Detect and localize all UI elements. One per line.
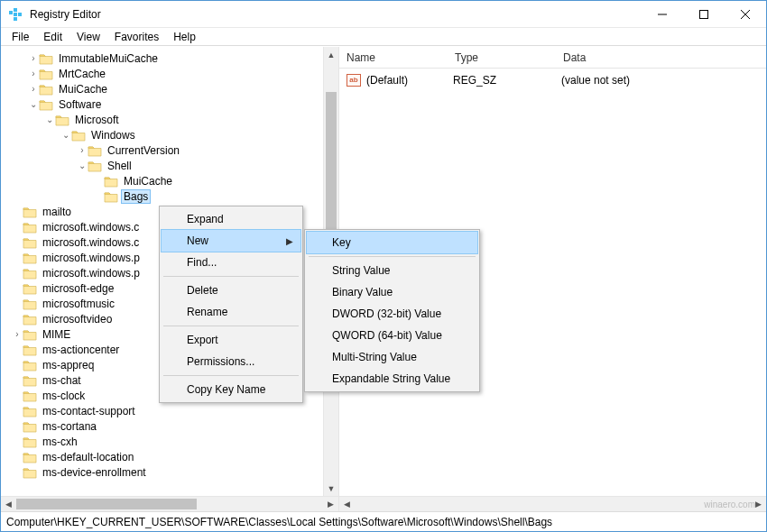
tree-node-label: mailto	[41, 206, 73, 218]
chevron-right-icon: ▶	[286, 236, 293, 246]
scroll-down-icon[interactable]: ▼	[324, 481, 338, 496]
cell-name: (Default)	[366, 74, 453, 87]
tree-node-label: MIME	[41, 328, 72, 341]
tree-node[interactable]: ms-device-enrollment	[1, 464, 338, 480]
tree-node[interactable]: ›ImmutableMuiCache	[1, 50, 338, 66]
cell-type: REG_SZ	[453, 74, 561, 87]
scroll-thumb-h[interactable]	[16, 499, 197, 509]
ctx-copykeyname[interactable]: Copy Key Name	[162, 379, 300, 400]
ctx-permissions[interactable]: Permissions...	[162, 351, 300, 372]
separator	[309, 256, 476, 257]
menu-view[interactable]: View	[69, 30, 107, 44]
folder-icon	[39, 68, 53, 80]
menu-favorites[interactable]: Favorites	[107, 30, 166, 44]
sub-expand[interactable]: Expandable String Value	[307, 368, 477, 390]
context-submenu-new: Key String Value Binary Value DWORD (32-…	[304, 229, 480, 392]
folder-icon	[23, 344, 37, 356]
tree-node[interactable]: ms-cortana	[1, 418, 338, 434]
tree-node[interactable]: ms-cxh	[1, 434, 338, 449]
scroll-right-icon[interactable]: ▶	[751, 497, 766, 511]
scroll-thumb-v[interactable]	[326, 92, 337, 245]
tree-scrollbar-h[interactable]: ◀ ▶	[1, 496, 338, 511]
folder-icon	[39, 98, 53, 111]
menu-help[interactable]: Help	[166, 30, 203, 44]
tree-node[interactable]: ms-contact-support	[1, 403, 338, 418]
tree-node[interactable]: ms-default-location	[1, 449, 338, 464]
cell-data: (value not set)	[561, 74, 766, 87]
tree-node[interactable]: MuiCache	[1, 173, 338, 188]
sub-qword[interactable]: QWORD (64-bit) Value	[307, 325, 477, 346]
chevron-right-icon[interactable]: ›	[77, 145, 88, 155]
folder-icon	[23, 282, 37, 295]
sub-string[interactable]: String Value	[307, 260, 477, 281]
chevron-right-icon[interactable]: ›	[12, 329, 23, 339]
statusbar: Computer\HKEY_CURRENT_USER\SOFTWARE\Clas…	[1, 511, 766, 531]
svg-rect-3	[14, 17, 17, 21]
folder-icon	[39, 83, 53, 96]
folder-icon	[71, 129, 86, 142]
folder-icon	[23, 451, 37, 463]
titlebar: Registry Editor	[1, 1, 766, 28]
tree-node[interactable]: Bags	[1, 188, 338, 204]
tree-node-label: microsoft.windows.p	[41, 267, 142, 280]
tree-node-label: CurrentVersion	[106, 144, 181, 157]
svg-rect-4	[18, 13, 22, 16]
chevron-right-icon[interactable]: ›	[28, 84, 39, 94]
folder-icon	[23, 298, 37, 310]
tree-node-label: ms-default-location	[41, 451, 135, 463]
context-menu: Expand New▶ Find... Delete Rename Export…	[159, 206, 303, 403]
tree-node-label: ms-cxh	[41, 436, 79, 448]
minimize-button[interactable]	[642, 1, 683, 27]
svg-rect-6	[700, 10, 708, 18]
ctx-expand[interactable]: Expand	[162, 208, 300, 230]
tree-node[interactable]: ⌄Microsoft	[1, 112, 338, 127]
folder-icon	[104, 190, 118, 203]
chevron-down-icon[interactable]: ⌄	[28, 99, 39, 109]
tree-node[interactable]: ⌄Software	[1, 96, 338, 112]
tree-node[interactable]: ⌄Windows	[1, 127, 338, 142]
folder-icon	[88, 144, 102, 157]
tree-node[interactable]: ›CurrentVersion	[1, 142, 338, 158]
folder-icon	[88, 160, 102, 172]
separator	[163, 326, 299, 326]
tree-node[interactable]: ›MrtCache	[1, 66, 338, 81]
sub-key[interactable]: Key	[307, 232, 477, 253]
list-scrollbar-h[interactable]: ◀ ▶	[339, 496, 766, 511]
table-row[interactable]: ab (Default) REG_SZ (value not set)	[339, 72, 766, 88]
scroll-left-icon[interactable]: ◀	[339, 497, 355, 511]
svg-rect-0	[9, 11, 13, 14]
scroll-right-icon[interactable]: ▶	[323, 497, 338, 511]
ctx-export[interactable]: Export	[162, 329, 300, 351]
maximize-button[interactable]	[683, 1, 725, 27]
registry-editor-icon	[8, 7, 23, 22]
col-name[interactable]: Name	[339, 51, 448, 64]
tree-node[interactable]: ›MuiCache	[1, 81, 338, 96]
menu-edit[interactable]: Edit	[36, 30, 69, 44]
chevron-right-icon[interactable]: ›	[28, 53, 39, 63]
chevron-down-icon[interactable]: ⌄	[77, 161, 88, 170]
tree-node-label: ms-clock	[41, 390, 87, 402]
col-type[interactable]: Type	[448, 51, 556, 64]
scroll-up-icon[interactable]: ▲	[324, 47, 338, 62]
window-title: Registry Editor	[30, 8, 642, 21]
tree-node-label: Shell	[106, 160, 134, 172]
close-button[interactable]	[725, 1, 766, 27]
menu-file[interactable]: File	[5, 30, 36, 44]
ctx-new[interactable]: New▶	[162, 230, 300, 252]
chevron-right-icon[interactable]: ›	[28, 69, 39, 78]
ctx-delete[interactable]: Delete	[162, 280, 300, 301]
col-data[interactable]: Data	[556, 51, 766, 64]
ctx-find[interactable]: Find...	[162, 252, 300, 273]
folder-icon	[55, 114, 69, 126]
scroll-left-icon[interactable]: ◀	[1, 497, 16, 511]
separator	[163, 276, 299, 277]
window: Registry Editor File Edit View Favorites…	[0, 0, 767, 532]
ctx-rename[interactable]: Rename	[162, 301, 300, 323]
sub-dword[interactable]: DWORD (32-bit) Value	[307, 303, 477, 325]
tree-node[interactable]: ⌄Shell	[1, 158, 338, 173]
sub-multi[interactable]: Multi-String Value	[307, 346, 477, 368]
chevron-down-icon[interactable]: ⌄	[44, 115, 55, 124]
sub-binary[interactable]: Binary Value	[307, 281, 477, 303]
chevron-down-icon[interactable]: ⌄	[60, 130, 71, 140]
tree-node-label: microsoft.windows.c	[41, 236, 141, 249]
